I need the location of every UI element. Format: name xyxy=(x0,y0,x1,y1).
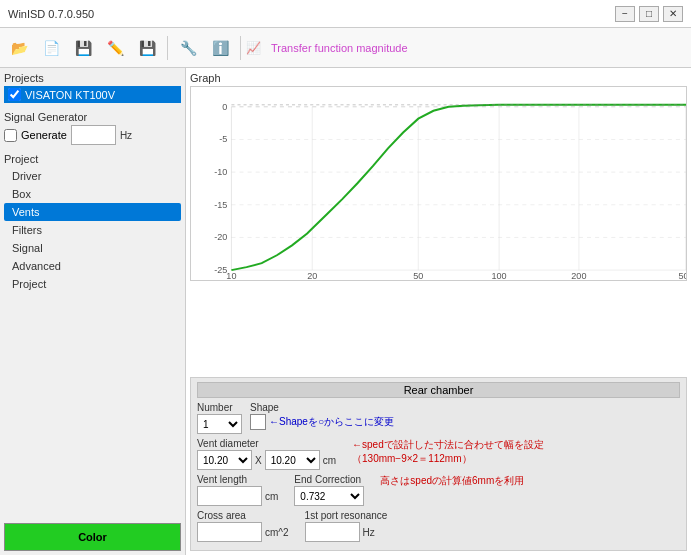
close-button[interactable]: ✕ xyxy=(663,6,683,22)
generate-checkbox[interactable] xyxy=(4,129,17,142)
cross-area-inputs: 104.0 cm^2 xyxy=(197,522,289,542)
vent-len-input[interactable]: 399.62 xyxy=(197,486,262,506)
frequency-input[interactable]: 1000 xyxy=(71,125,116,145)
svg-text:-20: -20 xyxy=(214,232,227,242)
graph-section: Graph xyxy=(190,72,687,373)
vent-diam-inputs: 10.20 X 10.20 cm xyxy=(197,450,336,470)
shape-annotation: ←Shapeを○からここに変更 xyxy=(269,415,394,429)
cross-area-label: Cross area xyxy=(197,510,289,521)
svg-text:100: 100 xyxy=(492,271,507,280)
save2-button[interactable]: 💾 xyxy=(132,33,162,63)
info-button[interactable]: ℹ️ xyxy=(205,33,235,63)
nav-driver[interactable]: Driver xyxy=(4,167,181,185)
settings-button[interactable]: 🔧 xyxy=(173,33,203,63)
cross-area-unit: cm^2 xyxy=(265,527,289,538)
svg-text:-5: -5 xyxy=(219,135,227,145)
hz-label: Hz xyxy=(120,130,132,141)
height-annotation: 高さはspedの計算値6mmを利用 xyxy=(380,474,524,488)
vent-diam-row: Vent diameter 10.20 X 10.20 cm ←spedで設計し… xyxy=(197,438,680,470)
project-checkbox[interactable] xyxy=(8,88,21,101)
nav-vents[interactable]: Vents xyxy=(4,203,181,221)
nav-signal[interactable]: Signal xyxy=(4,239,181,257)
vent-diam-label: Vent diameter xyxy=(197,438,336,449)
end-correction-row: 0.732 xyxy=(294,486,364,506)
bottom-panel: Rear chamber Number 1 Shape ←Shapeを○からここ xyxy=(190,377,687,551)
projects-label: Projects xyxy=(4,72,181,84)
vent-len-unit: cm xyxy=(265,491,278,502)
project-nav-label: Project xyxy=(4,153,181,165)
end-correction-select[interactable]: 0.732 xyxy=(294,486,364,506)
signal-gen-section: Signal Generator Generate 1000 Hz xyxy=(4,111,181,145)
titlebar: WinISD 0.7.0.950 − □ ✕ xyxy=(0,0,691,28)
port-resonance-unit: Hz xyxy=(363,527,375,538)
number-select[interactable]: 1 xyxy=(197,414,242,434)
svg-text:10: 10 xyxy=(226,271,236,280)
shape-box[interactable] xyxy=(250,414,266,430)
save-button[interactable]: 💾 xyxy=(68,33,98,63)
open-button[interactable]: 📂 xyxy=(4,33,34,63)
transfer-label: Transfer function magnitude xyxy=(271,42,408,54)
number-shape-row: Number 1 Shape ←Shapeを○からここに変更 xyxy=(197,402,680,434)
vent-diam-val1[interactable]: 10.20 xyxy=(197,450,252,470)
x-label: X xyxy=(255,455,262,466)
maximize-button[interactable]: □ xyxy=(639,6,659,22)
sped-annotation: ←spedで設計した寸法に合わせて幅を設定 xyxy=(352,438,544,452)
number-row: 1 xyxy=(197,414,242,434)
shape-row: ←Shapeを○からここに変更 xyxy=(250,414,394,430)
edit-button[interactable]: ✏️ xyxy=(100,33,130,63)
port-resonance-input[interactable]: 43.00 xyxy=(305,522,360,542)
project-nav: Project Driver Box Vents Filters Signal … xyxy=(4,153,181,523)
nav-filters[interactable]: Filters xyxy=(4,221,181,239)
graph-label: Graph xyxy=(190,72,687,84)
project-item[interactable]: VISATON KT100V xyxy=(4,86,181,103)
left-panel: Projects VISATON KT100V Signal Generator… xyxy=(0,68,186,555)
svg-text:50: 50 xyxy=(413,271,423,280)
cross-area-row: Cross area 104.0 cm^2 1st port resonance… xyxy=(197,510,680,542)
svg-text:-10: -10 xyxy=(214,167,227,177)
minimize-button[interactable]: − xyxy=(615,6,635,22)
nav-project[interactable]: Project xyxy=(4,275,181,293)
vent-diam-val2[interactable]: 10.20 xyxy=(265,450,320,470)
right-panel: Graph xyxy=(186,68,691,555)
signal-gen-row: Generate 1000 Hz xyxy=(4,125,181,145)
window-controls: − □ ✕ xyxy=(615,6,683,22)
separator1 xyxy=(167,36,168,60)
port-resonance-group: 1st port resonance 43.00 Hz xyxy=(305,510,388,542)
svg-rect-0 xyxy=(191,87,686,280)
vent-diam-group: Vent diameter 10.20 X 10.20 cm xyxy=(197,438,336,470)
graph-svg: 0 -5 -10 -15 -20 -25 10 20 50 100 200 50… xyxy=(191,87,686,280)
number-group: Number 1 xyxy=(197,402,242,434)
svg-text:200: 200 xyxy=(571,271,586,280)
rear-chamber-title: Rear chamber xyxy=(197,382,680,398)
port-resonance-row: 43.00 Hz xyxy=(305,522,388,542)
vent-len-row: Vent length 399.62 cm End Correction 0.7… xyxy=(197,474,680,506)
shape-label: Shape xyxy=(250,402,394,413)
svg-text:500: 500 xyxy=(678,271,686,280)
graph-area: 0 -5 -10 -15 -20 -25 10 20 50 100 200 50… xyxy=(190,86,687,281)
svg-text:20: 20 xyxy=(307,271,317,280)
toolbar: 📂 📄 💾 ✏️ 💾 🔧 ℹ️ 📈 Transfer function magn… xyxy=(0,28,691,68)
separator2 xyxy=(240,36,241,60)
nav-advanced[interactable]: Advanced xyxy=(4,257,181,275)
nav-box[interactable]: Box xyxy=(4,185,181,203)
sped-annotation2: （130mm−9×2＝112mm） xyxy=(352,452,544,466)
graph-icon: 📈 xyxy=(246,41,261,55)
vent-len-inputs: 399.62 cm xyxy=(197,486,278,506)
project-name: VISATON KT100V xyxy=(25,89,115,101)
cross-area-input[interactable]: 104.0 xyxy=(197,522,262,542)
vent-len-label: Vent length xyxy=(197,474,278,485)
app-title: WinISD 0.7.0.950 xyxy=(8,8,94,20)
projects-section: Projects VISATON KT100V xyxy=(4,72,181,103)
color-button[interactable]: Color xyxy=(4,523,181,551)
shape-group: Shape ←Shapeを○からここに変更 xyxy=(250,402,394,430)
number-label: Number xyxy=(197,402,242,413)
vent-diam-unit: cm xyxy=(323,455,336,466)
cross-area-group: Cross area 104.0 cm^2 xyxy=(197,510,289,542)
signal-gen-label: Signal Generator xyxy=(4,111,181,123)
new-button[interactable]: 📄 xyxy=(36,33,66,63)
generate-label: Generate xyxy=(21,129,67,141)
vent-len-group: Vent length 399.62 cm xyxy=(197,474,278,506)
end-correction-group: End Correction 0.732 xyxy=(294,474,364,506)
svg-text:0: 0 xyxy=(222,102,227,112)
svg-text:-15: -15 xyxy=(214,200,227,210)
